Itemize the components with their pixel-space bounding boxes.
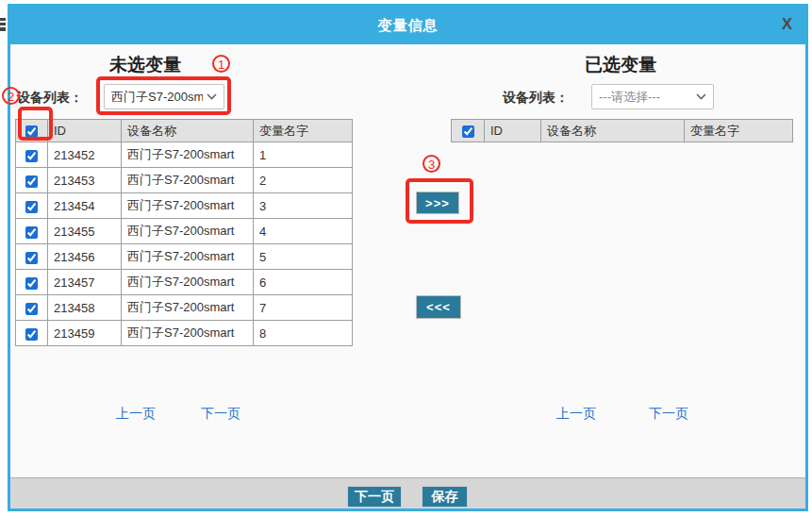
footer-next-page-button[interactable]: 下一页: [347, 486, 402, 508]
table-row: 213452 西门子S7-200smart 1: [16, 142, 353, 168]
left-device-list-label: 设备列表：: [17, 90, 83, 107]
table-row: 213459 西门子S7-200smart 8: [16, 321, 353, 346]
unselected-variables-table: ID 设备名称 变量名字 213452 西门子S7-200smart 1 213…: [15, 119, 353, 346]
table-header-row: ID 设备名称 变量名字: [452, 120, 793, 142]
table-row: 213456 西门子S7-200smart 5: [16, 244, 353, 270]
table-header-row: ID 设备名称 变量名字: [16, 120, 353, 142]
table-row: 213457 西门子S7-200smart 6: [16, 270, 353, 295]
selected-panel-title: 已选变量: [585, 53, 656, 77]
cell-device-name: 西门子S7-200smart: [122, 142, 254, 168]
column-header-device: 设备名称: [122, 120, 254, 142]
row-checkbox[interactable]: [25, 303, 38, 315]
row-checkbox[interactable]: [25, 328, 38, 341]
chevron-down-icon: [696, 93, 706, 100]
cell-id: 213452: [48, 142, 122, 168]
left-next-page-link[interactable]: 下一页: [201, 406, 240, 423]
annotation-device-select-box: [96, 76, 231, 115]
left-prev-page-link[interactable]: 上一页: [116, 406, 156, 423]
cell-id: 213456: [48, 244, 122, 270]
dialog-title: 变量信息: [10, 17, 805, 35]
footer-save-button[interactable]: 保存: [422, 486, 468, 508]
annotation-step1-circle: 1: [212, 55, 230, 73]
cell-device-name: 西门子S7-200smart: [122, 321, 254, 346]
cell-variable-name: 3: [254, 193, 353, 219]
row-checkbox[interactable]: [25, 150, 38, 162]
cell-device-name: 西门子S7-200smart: [122, 244, 254, 270]
right-device-list-label: 设备列表：: [503, 90, 569, 107]
right-device-select-value: ---请选择---: [599, 89, 692, 106]
screen: 变量信息 X 未选变量 设备列表： 西门子S7-200sma ID 设备名称 变…: [0, 0, 812, 517]
right-device-select[interactable]: ---请选择---: [591, 84, 714, 109]
table-row: 213455 西门子S7-200smart 4: [16, 219, 353, 244]
cell-variable-name: 5: [254, 244, 353, 270]
column-header-id: ID: [485, 120, 541, 142]
annotation-move-right-box: [406, 178, 473, 224]
dialog-footer-bar: [10, 477, 805, 509]
cell-id: 213455: [48, 219, 122, 244]
cell-device-name: 西门子S7-200smart: [122, 168, 254, 193]
cell-device-name: 西门子S7-200smart: [122, 295, 254, 321]
dialog-titlebar: 变量信息 X: [10, 7, 805, 44]
cell-device-name: 西门子S7-200smart: [122, 219, 254, 244]
cell-id: 213459: [48, 321, 122, 346]
right-prev-page-link[interactable]: 上一页: [556, 406, 596, 423]
row-checkbox[interactable]: [25, 252, 38, 264]
cell-variable-name: 7: [254, 295, 353, 321]
cell-id: 213453: [48, 168, 122, 193]
cell-id: 213454: [48, 193, 122, 219]
table-row: 213458 西门子S7-200smart 7: [16, 295, 353, 321]
cell-device-name: 西门子S7-200smart: [122, 270, 254, 295]
unselected-table-body: 213452 西门子S7-200smart 1 213453 西门子S7-200…: [16, 142, 353, 346]
annotation-select-all-box: [18, 107, 53, 141]
table-row: 213453 西门子S7-200smart 2: [16, 168, 353, 193]
cell-variable-name: 1: [254, 142, 353, 168]
row-checkbox[interactable]: [25, 175, 38, 188]
column-header-variable: 变量名字: [685, 120, 793, 142]
column-header-device: 设备名称: [541, 120, 685, 142]
table-row: 213454 西门子S7-200smart 3: [16, 193, 353, 219]
close-icon[interactable]: X: [782, 15, 792, 34]
cell-variable-name: 4: [254, 219, 353, 244]
right-select-all-checkbox[interactable]: [462, 125, 474, 138]
column-header-id: ID: [48, 120, 122, 142]
annotation-step3-circle: 3: [423, 155, 440, 173]
move-left-button[interactable]: <<<: [416, 295, 461, 319]
annotation-step2-circle: 2: [2, 87, 20, 105]
selected-variables-table: ID 设备名称 变量名字: [451, 119, 793, 142]
cell-id: 213457: [48, 270, 122, 295]
cell-device-name: 西门子S7-200smart: [122, 193, 254, 219]
row-checkbox[interactable]: [25, 277, 38, 290]
cell-variable-name: 8: [254, 321, 353, 346]
right-next-page-link[interactable]: 下一页: [649, 406, 688, 423]
cell-id: 213458: [48, 295, 122, 321]
cell-variable-name: 2: [254, 168, 353, 193]
row-checkbox[interactable]: [25, 226, 38, 239]
row-checkbox[interactable]: [25, 201, 38, 213]
unselected-panel-title: 未选变量: [109, 53, 181, 77]
cell-variable-name: 6: [254, 270, 353, 295]
background-page-fragment: [0, 18, 6, 31]
column-header-variable: 变量名字: [254, 120, 353, 142]
